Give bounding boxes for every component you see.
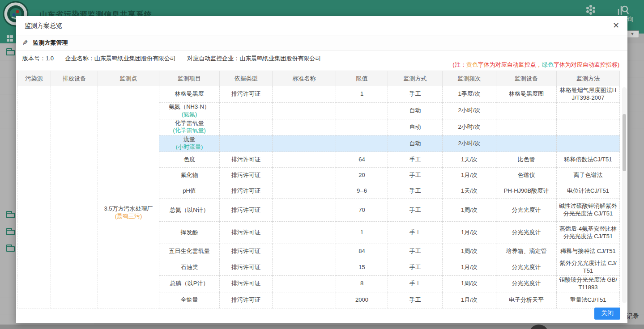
cell-standard-name [273,199,336,222]
cell-standard-name [273,244,336,259]
section-title: 监测方案管理 [33,39,68,47]
cell-standard-name [273,152,336,168]
monitor-item-auto-indicator: (化学需氧量) [161,127,218,135]
monitor-item-name: 氨氮（NH3-N） [161,103,218,111]
cell-limit-value: 15 [336,259,388,276]
cell-monitor-frequency: 1月/次 [443,168,496,183]
cell-limit-value [336,119,388,135]
close-button[interactable]: 关闭 [594,308,620,320]
column-header: 监测频次 [443,71,496,86]
note-prefix: (注： [452,61,466,68]
column-header: 排放设备 [51,71,98,86]
modal-header: 监测方案总览 ✕ [16,16,627,35]
cell-monitor-item: 五日生化需氧量 [159,244,220,259]
cell-monitor-device: 分光光度计 [496,259,557,276]
cell-standard-name [273,275,336,292]
cell-monitor-frequency: 1月/次 [443,259,496,276]
monitor-item-name: pH值 [161,187,218,195]
cell-basis-type: 排污许可证 [220,183,273,199]
cell-monitor-item: 色度 [159,152,220,168]
cell-monitor-device: 林格曼黑度图 [496,86,557,103]
cell-limit-value: 1 [336,86,388,103]
table-row[interactable]: 3.5万方污水处理厂(晨鸣三污)林格曼黑度排污许可证1手工1季度/次林格曼黑度图… [17,86,620,103]
cell-monitor-device: 色谱仪 [496,168,557,183]
monitor-item-name: 林格曼黑度 [161,90,218,98]
cell-basis-type: 排污许可证 [220,244,273,259]
cell-monitor-frequency: 1周/次 [443,244,496,259]
info-row: 版本号：1.0 企业名称：山东晨鸣纸业集团股份有限公司 对应自动监控企业：山东晨… [16,51,627,71]
monitor-item-name: 色度 [161,156,218,164]
cell-basis-type [220,135,273,152]
cell-standard-name [273,135,336,152]
plan-table: 污染源排放设备监测点监测项目依据类型标准名称限值监测方式监测频次监测设备监测方法… [17,71,620,308]
cell-monitor-item: 氨氮（NH3-N）(氨氮) [159,102,220,119]
cell-monitor-device [496,135,557,152]
cell-limit-value: 20 [336,168,388,183]
cell-limit-value: 84 [336,244,388,259]
cell-monitor-item: 石油类 [159,259,220,276]
version-field: 版本号：1.0 [22,55,54,62]
cell-monitor-device: 分光光度计 [496,222,557,244]
monitor-point-alias: (晨鸣三污) [99,213,158,220]
company-value: 山东晨鸣纸业集团股份有限公司 [94,55,176,62]
modal: 监测方案总览 ✕ ✎ 监测方案管理 版本号：1.0 企业名称：山东晨鸣纸业集团股… [16,16,627,323]
cell-basis-type: 排污许可证 [220,222,273,244]
close-icon[interactable]: ✕ [613,16,619,35]
cell-monitor-device: 分光光度计 [496,199,557,222]
discharge-device-cell [51,86,98,308]
monitor-item-name: 化学需氧量 [161,120,218,127]
monitor-point-name: 3.5万方污水处理厂 [99,205,158,213]
scrollbar-thumb[interactable] [623,114,626,171]
cell-monitor-item: 总磷（以P计） [159,275,220,292]
monitor-item-name: 氟化物 [161,172,218,179]
cell-basis-type: 排污许可证 [220,152,273,168]
cell-monitor-frequency: 2小时/次 [443,119,496,135]
cell-monitor-method: 碱性过硫酸钾消解紫外分光光度法 CJ/T51 [557,199,620,222]
cell-monitor-mode: 手工 [388,244,443,259]
column-header: 污染源 [17,71,51,86]
cell-monitor-method [557,102,620,119]
cell-monitor-item: 流量(小时流量) [159,135,220,152]
cell-monitor-mode: 手工 [388,152,443,168]
note-green-word: 绿色 [542,61,554,68]
monitor-item-name: 流量 [161,136,218,143]
screen: 山东省污染源监测信息共享系统 询 [0,0,644,329]
monitor-item-name: 挥发酚 [161,229,218,236]
cell-basis-type [220,102,273,119]
cell-limit-value [336,102,388,119]
column-header: 依据类型 [220,71,273,86]
table-header-row: 污染源排放设备监测点监测项目依据类型标准名称限值监测方式监测频次监测设备监测方法 [17,71,620,86]
cell-basis-type: 排污许可证 [220,168,273,183]
cell-monitor-item: 总氮（以N计） [159,199,220,222]
monitor-item-auto-indicator: (小时流量) [161,143,218,151]
column-header: 标准名称 [273,71,336,86]
cell-limit-value: 64 [336,152,388,168]
auto-company-field: 对应自动监控企业：山东晨鸣纸业集团股份有限公司 [187,55,321,62]
cell-monitor-method: 电位计法CJ/T51 [557,183,620,199]
note-mid: 字体为对应自动监控点， [478,61,542,68]
pen-icon: ✎ [22,39,28,47]
cell-monitor-method: 稀释倍数法CJ/T51 [557,152,620,168]
monitor-item-name: 五日生化需氧量 [161,248,218,255]
cell-monitor-mode: 手工 [388,222,443,244]
cell-monitor-frequency: 1天/次 [443,152,496,168]
cell-monitor-mode: 手工 [388,168,443,183]
column-header: 监测方法 [557,71,620,86]
cell-monitor-method [557,119,620,135]
cell-monitor-mode: 自动 [388,102,443,119]
note-yellow-word: 黄色 [466,61,478,68]
cell-monitor-frequency: 1周/次 [443,275,496,292]
cell-monitor-mode: 自动 [388,119,443,135]
cell-monitor-item: 挥发酚 [159,222,220,244]
table-scrollbar[interactable] [622,87,627,303]
column-header: 限值 [336,71,388,86]
cell-monitor-method: 紫外分光光度计法 CJ/T51 [557,259,620,276]
version-label: 版本号： [22,55,46,62]
cell-monitor-device [496,119,557,135]
cell-monitor-item: pH值 [159,183,220,199]
monitor-item-name: 总氮（以N计） [161,207,218,214]
column-header: 监测点 [98,71,159,86]
monitor-item-name: 全盐量 [161,296,218,304]
cell-monitor-mode: 自动 [388,135,443,152]
plan-table-body: 3.5万方污水处理厂(晨鸣三污)林格曼黑度排污许可证1手工1季度/次林格曼黑度图… [17,86,620,308]
